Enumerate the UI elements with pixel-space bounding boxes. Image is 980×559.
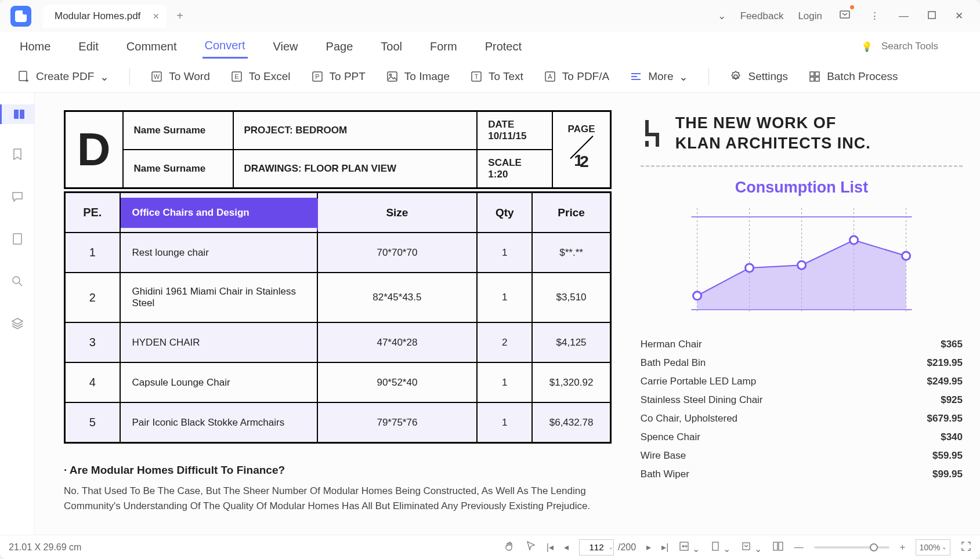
header-pe: PE. [65, 193, 120, 233]
page-display-icon[interactable]: ⌄ [710, 540, 731, 554]
login-link[interactable]: Login [798, 10, 822, 22]
faq-heading: · Are Modular Homes Difficult To Finance… [64, 464, 612, 477]
svg-text:W: W [154, 73, 160, 80]
prev-page-icon[interactable]: ◂ [564, 542, 569, 553]
two-page-icon[interactable] [772, 541, 784, 554]
menu-page[interactable]: Page [324, 35, 356, 58]
select-tool-icon[interactable] [526, 540, 536, 554]
row-size: 70*70*70 [317, 233, 478, 273]
text-icon: T [470, 70, 483, 83]
svg-point-15 [734, 75, 737, 78]
bookmark-button[interactable] [8, 144, 27, 166]
svg-text:A: A [548, 73, 552, 80]
create-pdf-label: Create PDF [36, 70, 94, 83]
document-tab[interactable]: Modular Homes.pdf ✕ [43, 5, 167, 28]
more-button[interactable]: More⌄ [630, 70, 688, 84]
page-dropdown-icon[interactable]: ⌄ [608, 543, 613, 551]
row-size: 79*75*76 [317, 402, 478, 443]
sidebar [0, 93, 35, 535]
new-tab-button[interactable]: + [169, 5, 190, 27]
comment-button[interactable] [8, 187, 27, 209]
close-icon[interactable]: ✕ [153, 12, 160, 21]
zoom-select[interactable]: 100% ⌄ [916, 539, 950, 556]
menu-home[interactable]: Home [17, 35, 53, 58]
thumbnails-button[interactable] [0, 104, 34, 124]
minimize-icon[interactable]: — [896, 8, 911, 24]
svg-rect-41 [713, 542, 718, 550]
maximize-icon[interactable] [925, 8, 938, 24]
menu-form[interactable]: Form [428, 35, 460, 58]
last-page-icon[interactable]: ▸| [661, 542, 668, 553]
settings-button[interactable]: Settings [729, 70, 788, 83]
fit-width-icon[interactable]: ⌄ [679, 540, 699, 554]
fullscreen-icon[interactable] [961, 541, 971, 554]
svg-rect-21 [20, 110, 24, 119]
layers-button[interactable] [8, 314, 27, 336]
chevron-down-icon[interactable]: ⌄ [718, 10, 726, 22]
row-qty: 1 [477, 273, 532, 322]
row-price: $6,432.78 [532, 402, 610, 443]
menu-edit[interactable]: Edit [76, 35, 100, 58]
to-ppt-button[interactable]: PTo PPT [311, 70, 366, 83]
header-size: Size [317, 193, 478, 233]
item-price: $925 [941, 394, 963, 406]
list-item: Bath Pedal Bin$219.95 [641, 357, 963, 369]
drawings-label: DRAWINGS: FLOOR PLAN VIEW [233, 150, 478, 188]
svg-rect-16 [810, 72, 814, 76]
menu-view[interactable]: View [271, 35, 301, 58]
app-logo [10, 6, 31, 27]
batch-icon [808, 70, 821, 83]
item-name: Bath Pedal Bin [641, 357, 706, 369]
notification-icon[interactable] [837, 6, 853, 26]
batch-process-button[interactable]: Batch Process [808, 70, 898, 83]
search-input[interactable] [881, 41, 963, 52]
architect-title: THE NEW WORK OFKLAN ARCHITECTS INC. [675, 113, 871, 154]
zoom-slider[interactable] [814, 546, 889, 549]
svg-point-10 [389, 74, 391, 76]
row-size: 47*40*28 [317, 322, 478, 362]
feedback-link[interactable]: Feedback [740, 10, 784, 22]
scale-label: SCALE 1:20 [477, 150, 552, 188]
menu-tool[interactable]: Tool [378, 35, 404, 58]
rotate-icon[interactable]: ⌄ [741, 540, 761, 554]
table-row: 2Ghidini 1961 Miami Chair in Stainless S… [65, 273, 611, 322]
to-excel-button[interactable]: ETo Excel [230, 70, 291, 83]
document-left: D Name Surname PROJECT: BEDROOM DATE 10/… [64, 110, 612, 529]
to-word-button[interactable]: WTo Word [150, 70, 209, 83]
item-price: $99.95 [932, 469, 963, 480]
search-button[interactable] [8, 271, 27, 293]
to-pdfa-button[interactable]: ATo PDF/A [544, 70, 609, 83]
list-item: Carrie Portable LED Lamp$249.95 [641, 376, 963, 387]
document-right: THE NEW WORK OFKLAN ARCHITECTS INC. Cons… [641, 110, 963, 529]
next-page-icon[interactable]: ▸ [646, 542, 651, 553]
consumption-title: Consumption List [641, 179, 963, 197]
svg-rect-43 [773, 542, 778, 550]
tab-label: Modular Homes.pdf [55, 10, 140, 21]
zoom-out-icon[interactable]: — [794, 542, 804, 553]
close-window-icon[interactable]: ✕ [953, 8, 965, 24]
menu-dots-icon[interactable]: ⋮ [867, 8, 882, 24]
zoom-in-icon[interactable]: + [900, 542, 905, 553]
svg-rect-25 [645, 133, 659, 136]
menu-comment[interactable]: Comment [124, 35, 179, 58]
header-title-cell: Office Chairs and Design [120, 193, 317, 233]
chair-icon [641, 119, 664, 148]
menubar: Home Edit Comment Convert View Page Tool… [0, 32, 980, 61]
to-image-button[interactable]: To Image [386, 70, 450, 83]
list-item: Co Chair, Upholstered$679.95 [641, 413, 963, 424]
svg-rect-19 [815, 77, 819, 81]
items-table: PE. Office Chairs and Design Size Qty Pr… [64, 191, 612, 444]
attachment-button[interactable] [8, 229, 27, 251]
divider [641, 165, 963, 167]
create-pdf-button[interactable]: Create PDF ⌄ [17, 70, 109, 84]
toolbar: Create PDF ⌄ WTo Word ETo Excel PTo PPT … [0, 61, 980, 93]
row-price: $**.** [532, 233, 610, 273]
menu-convert[interactable]: Convert [202, 34, 248, 59]
chevron-down-icon: ⌄ [100, 70, 109, 84]
table-row: 4Capsule Lounge Chair90*52*401$1,320.92 [65, 362, 611, 402]
to-text-button[interactable]: TTo Text [470, 70, 523, 83]
hand-tool-icon[interactable] [505, 540, 515, 554]
menu-protect[interactable]: Protect [483, 35, 524, 58]
first-page-icon[interactable]: |◂ [547, 542, 554, 553]
header-table: D Name Surname PROJECT: BEDROOM DATE 10/… [64, 110, 612, 189]
